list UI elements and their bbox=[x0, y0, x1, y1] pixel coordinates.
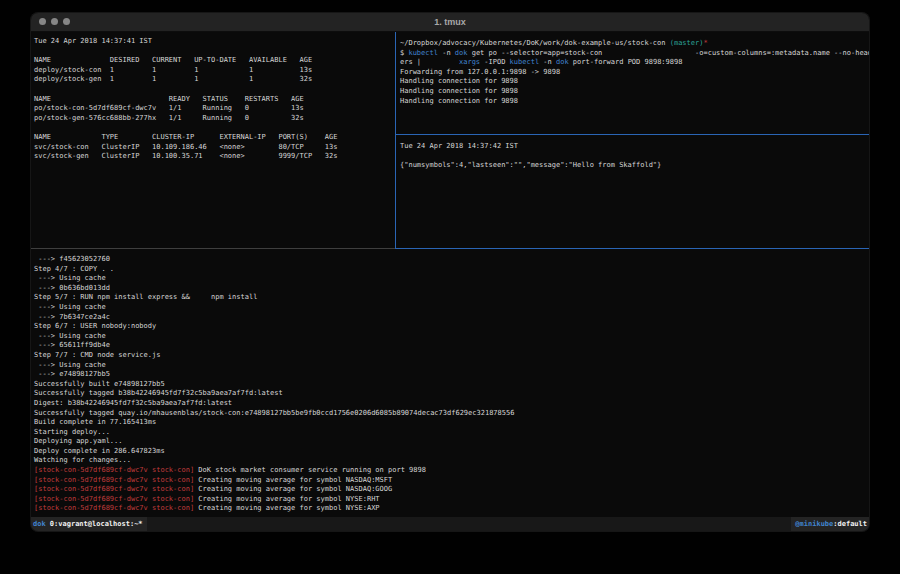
pane-skaffold-build-log[interactable]: ---> f45623052760Step 4/7 : COPY . . ---… bbox=[31, 249, 869, 523]
terminal-line: Build complete in 77.165413ms bbox=[34, 418, 869, 428]
terminal-line: Step 7/7 : CMD node service.js bbox=[34, 351, 869, 361]
terminal-line bbox=[400, 152, 869, 162]
terminal-line: Handling connection for 9898 bbox=[400, 97, 869, 107]
terminal-line: Watching for changes... bbox=[34, 456, 869, 466]
terminal-line: Successfully tagged quay.io/mhausenblas/… bbox=[34, 409, 869, 419]
terminal-line: Step 5/7 : RUN npm install express && np… bbox=[34, 293, 869, 303]
current-window-label[interactable]: 0:vagrant@localhost:~* bbox=[50, 520, 143, 528]
status-right: @minikube:default bbox=[791, 517, 869, 531]
terminal-line: $ kubectl -n dok get po --selector=app=s… bbox=[400, 49, 869, 59]
terminal-line: ---> 65611ff9db4e bbox=[34, 341, 869, 351]
terminal-line: Successfully built e74898127bb5 bbox=[34, 380, 869, 390]
window-title: 1. tmux bbox=[31, 13, 869, 31]
terminal-line: [stock-con-5d7df689cf-dwc7v stock-con] C… bbox=[34, 476, 869, 486]
terminal-line bbox=[34, 47, 398, 57]
terminal-line: Tue 24 Apr 2018 14:37:41 IST bbox=[34, 37, 398, 47]
terminal-line: svc/stock-con ClusterIP 10.109.186.46 <n… bbox=[34, 143, 398, 153]
terminal-line: ---> Using cache bbox=[34, 303, 869, 313]
window-titlebar[interactable]: 1. tmux bbox=[31, 13, 869, 32]
terminal-line: Step 4/7 : COPY . . bbox=[34, 265, 869, 275]
terminal-line bbox=[34, 85, 398, 95]
kube-host-label: @minikube bbox=[795, 520, 833, 528]
terminal-line: Deploying app.yaml... bbox=[34, 437, 869, 447]
terminal-line: [stock-con-5d7df689cf-dwc7v stock-con] C… bbox=[34, 504, 869, 514]
status-left[interactable]: dok 0:vagrant@localhost:~* bbox=[31, 517, 147, 531]
pane-curl-output[interactable]: Tue 24 Apr 2018 14:37:42 IST {"numsymbol… bbox=[396, 135, 869, 255]
tmux-content: Tue 24 Apr 2018 14:37:41 IST NAME DESIRE… bbox=[31, 32, 869, 517]
terminal-line: ---> 7b6347ce2a4c bbox=[34, 313, 869, 323]
terminal-line: deploy/stock-con 1 1 1 1 13s bbox=[34, 66, 398, 76]
terminal-line: [stock-con-5d7df689cf-dwc7v stock-con] C… bbox=[34, 495, 869, 505]
pane-port-forward[interactable]: ~/Dropbox/advocacy/Kubernetes/DoK/work/d… bbox=[396, 32, 869, 141]
terminal-line: ---> Using cache bbox=[34, 332, 869, 342]
terminal-line: ---> f45623052760 bbox=[34, 255, 869, 265]
terminal-line: ---> Using cache bbox=[34, 361, 869, 371]
terminal-line: Starting deploy... bbox=[34, 428, 869, 438]
terminal-line: [stock-con-5d7df689cf-dwc7v stock-con] D… bbox=[34, 466, 869, 476]
terminal-line: po/stock-con-5d7df689cf-dwc7v 1/1 Runnin… bbox=[34, 104, 398, 114]
terminal-line: ---> e74898127bb5 bbox=[34, 370, 869, 380]
terminal-line: svc/stock-gen ClusterIP 10.100.35.71 <no… bbox=[34, 152, 398, 162]
terminal-line: ers | xargs -IPOD kubectl -n dok port-fo… bbox=[400, 58, 869, 68]
terminal-line: ~/Dropbox/advocacy/Kubernetes/DoK/work/d… bbox=[400, 39, 869, 49]
terminal-line: po/stock-gen-576cc688bb-277hx 1/1 Runnin… bbox=[34, 114, 398, 124]
terminal-line: ---> Using cache bbox=[34, 274, 869, 284]
terminal-line: Digest: b38b42246945fd7f32c5ba9aea7af7fd… bbox=[34, 399, 869, 409]
terminal-line: NAME TYPE CLUSTER-IP EXTERNAL-IP PORT(S)… bbox=[34, 133, 398, 143]
terminal-line: NAME READY STATUS RESTARTS AGE bbox=[34, 95, 398, 105]
terminal-line bbox=[34, 123, 398, 133]
terminal-line: ---> 0b636bd013dd bbox=[34, 284, 869, 294]
terminal-window: 1. tmux Tue 24 Apr 2018 14:37:41 IST NAM… bbox=[31, 13, 869, 531]
terminal-line: Successfully tagged b38b42246945fd7f32c5… bbox=[34, 389, 869, 399]
terminal-line: {"numsymbols":4,"lastseen":"","message":… bbox=[400, 161, 869, 171]
terminal-line: deploy/stock-gen 1 1 1 1 32s bbox=[34, 75, 398, 85]
terminal-line: Tue 24 Apr 2018 14:37:42 IST bbox=[400, 142, 869, 152]
tmux-status-bar: dok 0:vagrant@localhost:~* @minikube:def… bbox=[31, 517, 869, 531]
terminal-line: Handling connection for 9898 bbox=[400, 77, 869, 87]
session-name: dok bbox=[33, 520, 50, 528]
terminal-line: [stock-con-5d7df689cf-dwc7v stock-con] C… bbox=[34, 485, 869, 495]
kube-context-label: :default bbox=[833, 520, 867, 528]
terminal-line: NAME DESIRED CURRENT UP-TO-DATE AVAILABL… bbox=[34, 56, 398, 66]
pane-kubectl-watch[interactable]: Tue 24 Apr 2018 14:37:41 IST NAME DESIRE… bbox=[31, 32, 398, 253]
terminal-line: Deploy complete in 286.647823ms bbox=[34, 447, 869, 457]
terminal-line: Step 6/7 : USER nobody:nobody bbox=[34, 322, 869, 332]
terminal-line: Forwarding from 127.0.0.1:9898 -> 9898 bbox=[400, 68, 869, 78]
terminal-line: Handling connection for 9898 bbox=[400, 87, 869, 97]
